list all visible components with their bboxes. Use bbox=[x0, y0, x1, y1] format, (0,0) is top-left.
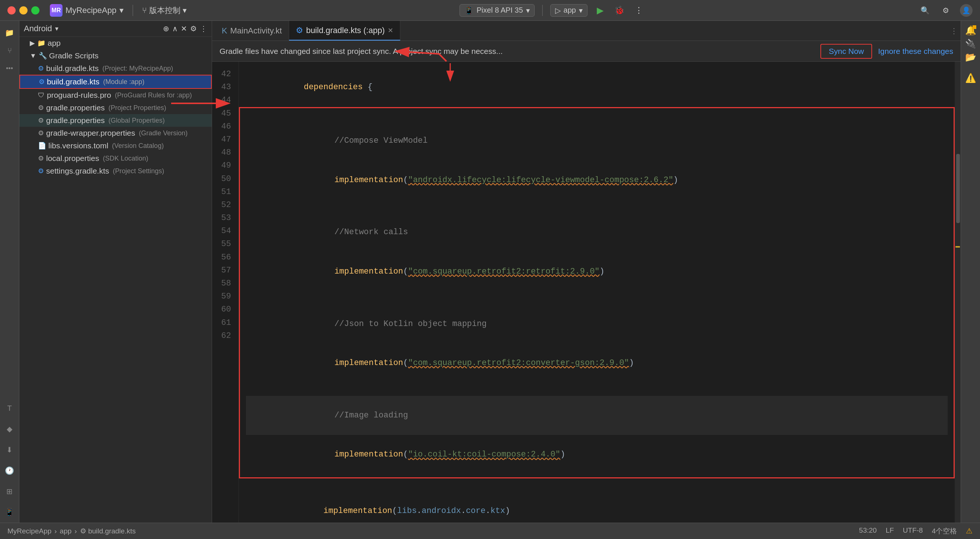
breadcrumb-module: app bbox=[60, 527, 72, 535]
close-tree-icon[interactable]: ✕ bbox=[181, 24, 187, 33]
warning-status-icon: ⚠ bbox=[966, 526, 972, 536]
code-line-43 bbox=[246, 108, 948, 121]
project-avatar: MR bbox=[50, 4, 62, 17]
tab-mainactivity[interactable]: K MainActivity.kt bbox=[215, 21, 289, 41]
tree-item-gradle-properties-global[interactable]: ⚙ gradle.properties (Global Properties) bbox=[19, 114, 212, 127]
tree-label-proguard: proguard-rules.pro bbox=[47, 91, 111, 100]
more-tree-icon[interactable]: ⋮ bbox=[200, 24, 207, 33]
traffic-lights bbox=[8, 6, 40, 14]
code-line-51: implementation("com.squareup.retrofit2:c… bbox=[246, 344, 948, 383]
device-manager-icon[interactable]: 📱 bbox=[2, 505, 17, 520]
line-num-61: 61 bbox=[212, 316, 235, 329]
text-tool-icon[interactable]: T bbox=[2, 401, 17, 415]
tree-item-libs-versions[interactable]: 📄 libs.versions.toml (Version Catalog) bbox=[19, 140, 212, 152]
line-num-58: 58 bbox=[212, 277, 235, 290]
search-everywhere-icon[interactable]: 🔍 bbox=[918, 4, 932, 17]
tree-item-gradle-properties-project[interactable]: ⚙ gradle.properties (Project Properties) bbox=[19, 101, 212, 114]
code-line-45: implementation("androidx.lifecycle:lifec… bbox=[246, 160, 948, 200]
code-line-44: //Compose ViewModel bbox=[246, 121, 948, 160]
properties-icon-2: ⚙ bbox=[38, 116, 44, 125]
account-icon[interactable]: 👤 bbox=[960, 4, 972, 17]
scope-icon[interactable]: ⊕ bbox=[163, 24, 169, 33]
tree-item-gradle-wrapper[interactable]: ⚙ gradle-wrapper.properties (Gradle Vers… bbox=[19, 127, 212, 140]
tree-item-settings-gradle[interactable]: ⚙ settings.gradle.kts (Project Settings) bbox=[19, 165, 212, 177]
line-num-57: 57 bbox=[212, 264, 235, 277]
status-breadcrumb: MyRecipeApp › app › ⚙ build.gradle.kts bbox=[8, 527, 136, 535]
status-right: 53:20 LF UTF-8 4个空格 ⚠ bbox=[859, 526, 972, 536]
download-icon[interactable]: ⬇ bbox=[2, 442, 17, 457]
tree-item-local-properties[interactable]: ⚙ local.properties (SDK Location) bbox=[19, 152, 212, 165]
line-num-48: 48 bbox=[212, 146, 235, 159]
line-num-44: 44 bbox=[212, 94, 235, 107]
device-selector[interactable]: 📱 Pixel 8 API 35 ▾ bbox=[460, 4, 535, 17]
tree-item-build-gradle-app[interactable]: ⚙ build.gradle.kts (Module :app) bbox=[19, 75, 212, 89]
device-file-explorer-icon[interactable]: 📂 bbox=[965, 52, 976, 62]
kotlin-file-icon: K bbox=[222, 26, 228, 36]
device-name: Pixel 8 API 35 bbox=[477, 6, 523, 14]
close-button[interactable] bbox=[8, 6, 16, 14]
tree-meta-proguard: (ProGuard Rules for :app) bbox=[115, 92, 192, 99]
project-selector[interactable]: MR MyRecipeApp ▾ bbox=[50, 4, 124, 17]
tab-build-gradle[interactable]: ⚙ build.gradle.kts (:app) ✕ bbox=[289, 21, 401, 41]
debug-button[interactable]: 🐞 bbox=[613, 4, 626, 17]
code-content[interactable]: dependencies { //Compose ViewModel imp bbox=[239, 62, 955, 523]
gem-icon[interactable]: ◆ bbox=[2, 422, 17, 436]
tree-label-gradle-wrapper: gradle-wrapper.properties bbox=[46, 128, 135, 138]
code-line-55 bbox=[245, 479, 949, 491]
sync-now-button[interactable]: Sync Now bbox=[820, 44, 872, 59]
tree-label-libs-versions: libs.versions.toml bbox=[48, 141, 108, 150]
tree-label-gradle-properties-project: gradle.properties bbox=[46, 103, 105, 112]
notification-bar: Gradle files have changed since last pro… bbox=[212, 41, 961, 62]
gradle-tab-icon: ⚙ bbox=[296, 25, 303, 35]
tree-label-settings-gradle: settings.gradle.kts bbox=[46, 166, 109, 176]
indent-label: 4个空格 bbox=[932, 526, 957, 536]
notifications-icon[interactable]: 🔔 bbox=[965, 25, 976, 36]
tree-item-build-gradle-project[interactable]: ⚙ build.gradle.kts (Project: MyRecipeApp… bbox=[19, 62, 212, 75]
ignore-changes-button[interactable]: Ignore these changes bbox=[878, 47, 953, 56]
run-button[interactable]: ▶ bbox=[593, 4, 607, 17]
wrapper-icon: ⚙ bbox=[38, 129, 44, 137]
tree-item-app[interactable]: ▶ 📁 app bbox=[19, 37, 212, 49]
line-num-62: 62 bbox=[212, 329, 235, 342]
plugins-icon[interactable]: 🔌 bbox=[965, 39, 976, 49]
line-num-45: 45 bbox=[212, 107, 235, 120]
more-tools-icon[interactable]: ••• bbox=[2, 61, 17, 76]
project-files-icon[interactable]: 📁 bbox=[2, 25, 17, 40]
app-target-selector[interactable]: ▷ app ▾ bbox=[550, 4, 587, 17]
nav-up-icon[interactable]: ∧ bbox=[172, 24, 178, 33]
code-line-56: implementation(libs.androidx.core.ktx) bbox=[245, 491, 949, 523]
tab-actions: ⋮ bbox=[950, 26, 958, 35]
proguard-icon: 🛡 bbox=[38, 92, 45, 99]
line-ending: LF bbox=[886, 526, 894, 536]
tree-meta-gradle-properties-global: (Global Properties) bbox=[109, 117, 165, 125]
vcs-selector[interactable]: ⑂ 版本控制 ▾ bbox=[142, 5, 187, 16]
code-editor[interactable]: 42 43 44 45 46 47 48 49 50 51 52 53 54 5… bbox=[212, 62, 961, 523]
version-control-icon[interactable]: ⑂ bbox=[2, 43, 17, 58]
folder-icon: 📁 bbox=[37, 39, 45, 47]
maximize-button[interactable] bbox=[31, 6, 40, 14]
tab-close-button[interactable]: ✕ bbox=[388, 26, 393, 35]
tree-item-gradle-scripts[interactable]: ▼ 🔧 Gradle Scripts bbox=[19, 49, 212, 62]
tab-more-icon[interactable]: ⋮ bbox=[950, 26, 958, 35]
app-window: MR MyRecipeApp ▾ ⑂ 版本控制 ▾ 📱 Pixel 8 API … bbox=[0, 0, 980, 539]
file-tree-panel: Android ▾ ⊕ ∧ ✕ ⚙ ⋮ ▶ 📁 app ▼ 🔧 Gradle bbox=[19, 21, 212, 523]
gradle-file-icon-2: ⚙ bbox=[39, 78, 45, 86]
tree-label-build-gradle-project: build.gradle.kts bbox=[46, 64, 99, 73]
gear-tree-icon[interactable]: ⚙ bbox=[190, 24, 197, 33]
settings-gradle-icon: ⚙ bbox=[38, 167, 44, 175]
terminal-icon[interactable]: ⊞ bbox=[2, 484, 17, 499]
properties-icon-1: ⚙ bbox=[38, 104, 44, 112]
tree-item-proguard[interactable]: 🛡 proguard-rules.pro (ProGuard Rules for… bbox=[19, 89, 212, 101]
minimize-button[interactable] bbox=[19, 6, 27, 14]
titlebar-center: 📱 Pixel 8 API 35 ▾ ▷ app ▾ ▶ 🐞 ⋮ bbox=[193, 4, 912, 17]
warning-icon[interactable]: ⚠️ bbox=[965, 73, 976, 83]
line-numbers: 42 43 44 45 46 47 48 49 50 51 52 53 54 5… bbox=[212, 62, 239, 523]
line-num-60: 60 bbox=[212, 303, 235, 316]
more-options-button[interactable]: ⋮ bbox=[632, 4, 646, 17]
app-target-icon: ▷ bbox=[555, 6, 561, 15]
scrollbar-vertical[interactable] bbox=[955, 62, 961, 523]
settings-icon[interactable]: ⚙ bbox=[939, 4, 953, 17]
clock-icon[interactable]: 🕐 bbox=[2, 463, 17, 478]
chevron-down-icon-vcs: ▾ bbox=[183, 6, 187, 15]
notification-badge bbox=[972, 25, 976, 29]
